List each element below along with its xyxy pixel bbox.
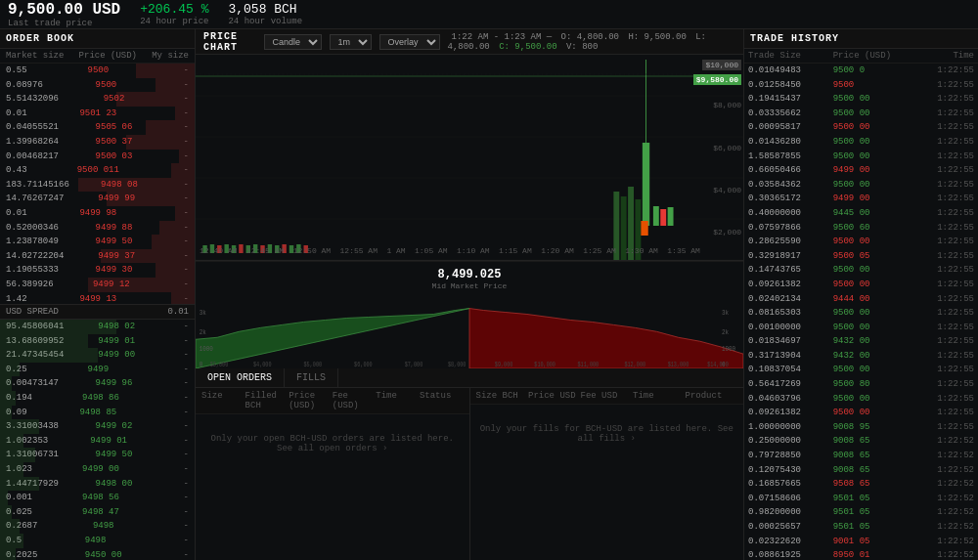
price-change: +206.45 % [140, 2, 208, 17]
trade-price: 9500 00 [833, 179, 904, 192]
ask-bar [159, 221, 195, 236]
price-change-item: +206.45 % 24 hour price [140, 2, 208, 26]
trade-time: 1:22:55 [904, 407, 974, 419]
bid-size: 0.00473147 [6, 377, 59, 390]
svg-text:$7,000: $7,000 [405, 361, 423, 368]
bid-price: 9499 01 [90, 435, 127, 448]
bid-bar [0, 376, 12, 391]
svg-text:2k: 2k [722, 328, 729, 337]
svg-text:$4,000: $4,000 [253, 361, 272, 368]
trade-size: 0.56417269 [748, 378, 833, 391]
ob-ask-row: 5.51432096 9502 - [0, 92, 195, 107]
trade-history-row: 0.08165303 9500 00 1:22:55 [744, 306, 978, 321]
trade-price: 9500 00 [833, 151, 904, 163]
trade-history-row: 0.04603796 9500 00 1:22:55 [744, 392, 978, 407]
chart-type-select[interactable]: Candle Line [264, 34, 322, 50]
svg-rect-11 [641, 221, 647, 236]
ob-ask-row: 1.42 9499 13 - [0, 292, 195, 305]
ask-bar [171, 292, 195, 305]
bid-price: 9498 [85, 535, 107, 547]
ob-bid-row: 1.44717929 9498 00 - [0, 477, 195, 492]
ob-bid-row: 0.5 9498 - [0, 534, 195, 548]
trade-history-row: 0.01258450 9500 1:22:55 [744, 78, 978, 93]
bid-mysize: - [169, 392, 189, 405]
orders-col-price: Price (USD) [289, 391, 333, 410]
svg-rect-12 [653, 206, 659, 226]
time-3: 12:50 AM [293, 246, 331, 255]
fills-col-size: Size BCH [476, 391, 529, 401]
trade-history-row: 0.31713904 9432 00 1:22:55 [744, 349, 978, 364]
ohlc-high: H: 9,500.00 [628, 32, 686, 42]
fills-col-price: Price USD [528, 391, 581, 401]
trade-time: 1:22:52 [904, 549, 974, 560]
trade-time: 1:22:55 [904, 293, 974, 306]
ask-size: 0.52000346 [6, 222, 59, 235]
trade-price: 9008 65 [833, 464, 904, 477]
trade-price: 9500 00 [833, 407, 904, 419]
trade-size: 0.12075430 [748, 464, 833, 477]
lower-header: OPEN ORDERS FILLS [196, 368, 743, 388]
trade-size: 0.00025657 [748, 521, 833, 534]
last-price-item: 9,500.00 USD Last trade price [8, 1, 120, 28]
trade-price: 9008 65 [833, 450, 904, 462]
trade-history-row: 0.00025657 9501 05 1:22:52 [744, 520, 978, 535]
th-col-size: Trade Size [748, 51, 833, 61]
trade-price: 9500 [833, 79, 904, 92]
ob-ask-row: 1.19055333 9499 30 - [0, 263, 195, 278]
trade-size: 0.14743765 [748, 264, 833, 277]
trade-size: 0.25000000 [748, 435, 833, 448]
ob-ask-row: 14.02722204 9499 37 - [0, 249, 195, 264]
ob-ask-row: 0.00468217 9500 03 - [0, 150, 195, 164]
price-2000: $2,000 [706, 228, 741, 237]
bid-price: 9498 85 [79, 407, 116, 419]
trade-size: 1.58587855 [748, 151, 833, 163]
time-12: 1:35 AM [667, 246, 700, 255]
tab-open-orders[interactable]: OPEN ORDERS [196, 368, 285, 387]
trade-history-row: 0.07597866 9500 60 1:22:55 [744, 221, 978, 236]
ob-ask-row: 0.01 9499 98 - [0, 206, 195, 221]
time-2: 12:45 AM [246, 246, 284, 255]
trade-price: 9500 0 [833, 65, 904, 77]
trade-size: 0.66050466 [748, 164, 833, 177]
lower-panel: OPEN ORDERS FILLS Size Filled BCH Price … [196, 368, 743, 560]
trade-time: 1:22:55 [904, 364, 974, 376]
ask-size: 1.39968264 [6, 136, 59, 149]
bid-bar [0, 462, 23, 477]
fills-col-product: Product [686, 391, 738, 401]
trade-history-row: 1.58587855 9500 00 1:22:55 [744, 150, 978, 164]
trade-history-row: 0.01049483 9500 0 1:22:55 [744, 64, 978, 78]
orders-col-size: Size [201, 391, 245, 410]
trade-history-title: TRADE HISTORY [744, 29, 978, 49]
trade-size: 0.07597866 [748, 222, 833, 235]
ask-size: 0.01 [6, 207, 27, 220]
trade-price: 9499 00 [833, 164, 904, 177]
bid-mysize: - [169, 435, 189, 448]
spread-label: USD SPREAD [6, 307, 59, 317]
ob-ask-row: 1.39968264 9500 37 - [0, 135, 195, 150]
ask-size: 0.01 [6, 108, 27, 120]
bid-mysize: - [169, 420, 189, 433]
bid-mysize: - [169, 478, 189, 491]
chart-interval-select[interactable]: 1m 5m 1h [330, 34, 372, 50]
time-9: 1:20 AM [541, 246, 574, 255]
bid-price: 9498 [93, 520, 114, 533]
chart-overlay-select[interactable]: Overlay [379, 34, 440, 50]
spread-value: 0.01 [167, 307, 189, 317]
ask-size: 1.23878049 [6, 236, 59, 248]
depth-mid-price: 8,499.025 [432, 268, 508, 281]
bid-price: 9499 01 [98, 335, 135, 348]
trade-time: 1:22:55 [904, 108, 974, 120]
bid-bar [0, 477, 39, 492]
ask-bar [126, 135, 195, 150]
trade-size: 0.02322620 [748, 536, 833, 548]
ask-size: 0.43 [6, 164, 27, 177]
svg-text:$14,000: $14,000 [707, 361, 729, 368]
trade-time: 1:22:55 [904, 179, 974, 192]
svg-text:$9,000: $9,000 [495, 361, 513, 368]
trade-history-row: 0.08861925 8950 01 1:22:52 [744, 548, 978, 560]
ob-ask-row: 0.43 9500 011 - [0, 163, 195, 178]
trade-price: 9008 65 [833, 435, 904, 448]
trade-size: 0.30365172 [748, 193, 833, 205]
bid-bar [0, 505, 12, 520]
tab-fills[interactable]: FILLS [285, 368, 338, 387]
